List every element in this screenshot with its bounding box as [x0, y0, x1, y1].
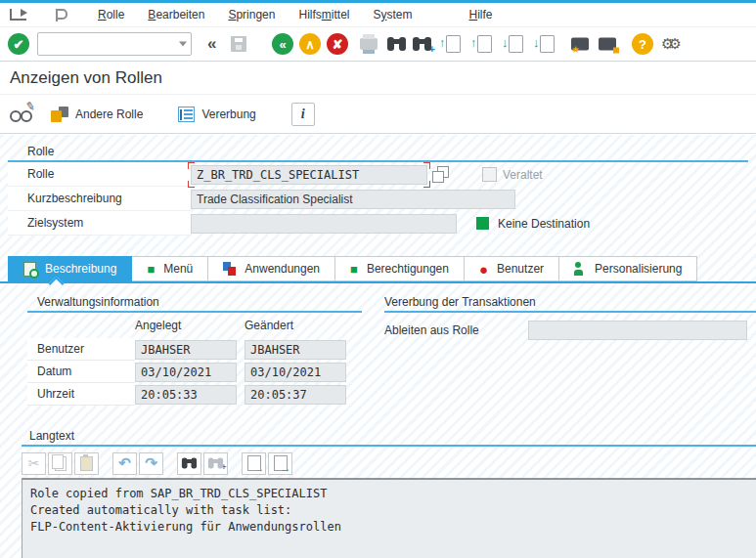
longtext-textarea[interactable]: Role copied from SAP_BR_TRD_CLS_SPECIALI…	[22, 478, 756, 558]
copy-button[interactable]	[48, 452, 72, 475]
upload-text-button[interactable]: →	[242, 452, 266, 475]
command-field[interactable]	[37, 32, 192, 56]
changed-time-field[interactable]: 20:05:37	[245, 385, 346, 405]
text-find-button[interactable]	[177, 452, 201, 475]
info-button[interactable]: i	[291, 103, 315, 126]
changed-user-field[interactable]: JBAHSER	[245, 340, 346, 360]
inheritance-label: Vererbung	[201, 107, 255, 121]
paste-button[interactable]	[74, 452, 99, 475]
check-icon: ✔	[14, 37, 24, 52]
selection-corner	[423, 162, 430, 169]
created-time-field[interactable]: 20:05:33	[135, 385, 237, 405]
other-role-label: Andere Rolle	[75, 107, 143, 121]
undo-icon: ↶	[118, 454, 131, 472]
page-up-icon: ↑	[477, 35, 492, 53]
person-icon	[574, 262, 586, 276]
menu-item-rolle[interactable]: Rolle	[98, 8, 124, 21]
download-text-button[interactable]: →	[268, 452, 292, 475]
help-icon: ?	[639, 37, 646, 52]
collapse-command-icon[interactable]: «	[207, 34, 216, 54]
page-down-button[interactable]: ↓	[509, 35, 523, 53]
text-find-next-button[interactable]: +	[203, 452, 228, 475]
table-row: Uhrzeit 20:05:33 20:05:37	[27, 383, 362, 406]
menu-item-bearbeiten[interactable]: Bearbeiten	[148, 8, 204, 21]
help-button[interactable]: ?	[632, 33, 653, 55]
last-page-icon: ↓	[540, 35, 555, 53]
tab-menue[interactable]: ■ Menü	[132, 256, 208, 281]
role-field[interactable]: Z_BR_TRD_CLS_SPECIALIST	[191, 165, 427, 185]
transaction-icon[interactable]	[56, 9, 68, 21]
longtext-title: Langtext	[22, 427, 756, 443]
tab-benutzer[interactable]: ● Benutzer	[465, 256, 559, 281]
print-button[interactable]	[360, 38, 378, 50]
standard-toolbar: ✔ « « ∧ ✘ + ↑ ↑ ↓ ↓ ★ ? ⚙⚙	[0, 27, 756, 62]
menu-item-hilfe[interactable]: Hilfe	[469, 8, 493, 21]
display-change-button[interactable]: ✎	[10, 107, 31, 122]
destination-status-label: Keine Destination	[498, 217, 590, 231]
cancel-button[interactable]: ✘	[327, 33, 348, 55]
created-date-field[interactable]: 03/10/2021	[135, 363, 237, 382]
redo-icon: ↷	[145, 454, 157, 472]
first-page-button[interactable]: ↑	[446, 35, 461, 53]
target-system-field[interactable]	[191, 214, 457, 234]
layout-menu-button[interactable]: ⚙⚙	[661, 35, 676, 53]
role-group: Rolle Rolle Z_BR_TRD_CLS_SPECIALIST Vera…	[8, 143, 748, 236]
find-next-button[interactable]: +	[413, 37, 431, 51]
last-page-button[interactable]: ↓	[540, 35, 555, 53]
menu-item-springen[interactable]: Springen	[228, 8, 275, 21]
matchcode-icon[interactable]	[432, 166, 449, 183]
command-dropdown-icon[interactable]	[179, 42, 187, 47]
screen-title-bar: Anzeigen von Rollen	[0, 62, 756, 95]
undo-button[interactable]: ↶	[112, 452, 137, 475]
short-description-field[interactable]: Trade Classification Specialist	[191, 190, 515, 209]
changed-date-field[interactable]: 03/10/2021	[245, 363, 346, 382]
tab-strip: Beschreibung ■ Menü Anwendungen ■ Berech…	[8, 256, 697, 281]
created-column-header: Angelegt	[135, 319, 237, 332]
tab-label: Benutzer	[497, 262, 544, 276]
row-label: Uhrzeit	[27, 383, 135, 406]
enter-button[interactable]: ✔	[8, 33, 29, 55]
changed-column-header: Geändert	[245, 319, 346, 332]
tab-berechtigungen[interactable]: ■ Berechtigungen	[335, 256, 465, 281]
find-button[interactable]	[387, 37, 406, 51]
system-menu-icon[interactable]	[10, 9, 26, 21]
obsolete-checkbox[interactable]	[482, 167, 497, 182]
table-row: Datum 03/10/2021 03/10/2021	[27, 361, 362, 383]
tab-anwendungen[interactable]: Anwendungen	[208, 256, 335, 281]
derive-from-role-field[interactable]	[528, 321, 747, 340]
exit-button[interactable]: ∧	[299, 33, 321, 55]
menu-item-system[interactable]: System	[374, 8, 413, 21]
tab-personalisierung[interactable]: Personalisierung	[559, 256, 697, 281]
admin-info-group: Verwaltungsinformation Angelegt Geändert…	[27, 293, 362, 406]
created-user-field[interactable]: JBAHSER	[135, 340, 237, 360]
redo-button[interactable]: ↷	[139, 452, 163, 475]
other-role-button[interactable]: Andere Rolle	[51, 107, 143, 122]
new-session-button[interactable]: ★	[571, 38, 589, 51]
obsolete-label: Veraltet	[503, 168, 543, 182]
inheritance-group: Vererbung der Transaktionen Ableiten aus…	[384, 293, 756, 340]
create-shortcut-button[interactable]	[599, 38, 616, 51]
tab-label: Berechtigungen	[367, 262, 449, 276]
longtext-line: FLP-Content-Aktivierung für Anwendungsro…	[30, 519, 748, 536]
inheritance-button[interactable]: Vererbung	[178, 107, 255, 122]
table-row: Benutzer JBAHSER JBAHSER	[27, 338, 362, 361]
tab-beschreibung[interactable]: Beschreibung	[8, 256, 132, 281]
page-up-button[interactable]: ↑	[477, 35, 492, 53]
upload-icon: →	[247, 455, 261, 471]
other-role-icon	[51, 107, 68, 122]
inheritance-group-title: Vererbung der Transaktionen	[384, 293, 756, 309]
group-rule	[22, 445, 756, 447]
tab-underline	[0, 281, 756, 283]
exit-icon: ∧	[305, 37, 315, 52]
save-button[interactable]	[231, 36, 246, 52]
description-icon	[23, 262, 36, 277]
role-field-wrapper: Z_BR_TRD_CLS_SPECIALIST	[191, 165, 427, 185]
cut-button[interactable]: ✂	[22, 452, 46, 475]
paste-icon	[80, 456, 93, 471]
back-button[interactable]: «	[272, 33, 293, 55]
menu-item-hilfsmittel[interactable]: Hilfsmittel	[298, 8, 349, 21]
role-row: Rolle Z_BR_TRD_CLS_SPECIALIST Veraltet	[8, 162, 748, 187]
printer-icon	[360, 38, 378, 50]
derive-from-role-label: Ableiten aus Rolle	[384, 323, 528, 337]
row-label: Datum	[27, 361, 135, 383]
